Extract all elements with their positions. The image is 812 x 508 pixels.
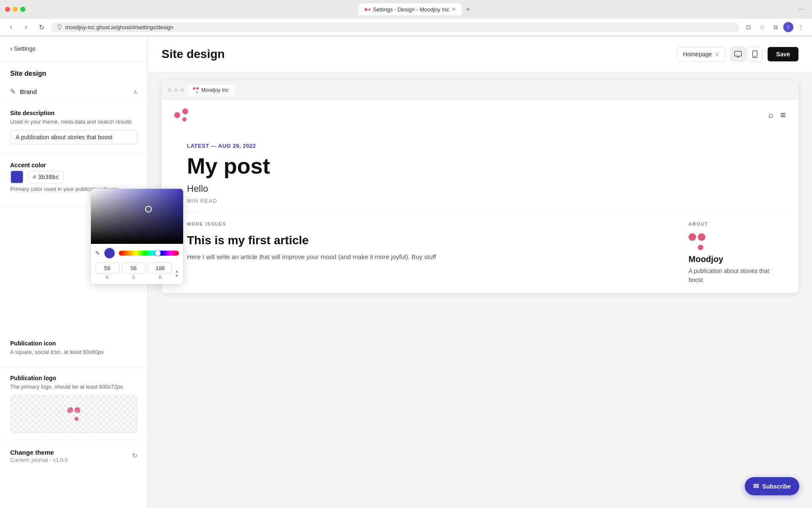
site-logo [174, 108, 188, 121]
site-post-title: My post [187, 154, 773, 178]
address-url: moodjoy-inc.ghost.io/ghost/#/settings/de… [65, 24, 733, 30]
preview-tab-dot-3 [196, 91, 198, 93]
change-theme-refresh-icon[interactable]: ↻ [132, 452, 137, 460]
site-logo-dot-2 [182, 108, 188, 114]
back-to-settings-button[interactable]: ‹ Settings [10, 45, 36, 52]
address-bar[interactable]: moodjoy-inc.ghost.io/ghost/#/settings/de… [51, 22, 739, 32]
app-layout: ‹ Settings Site design ✎ Brand ∧ Site de… [0, 36, 812, 508]
color-circle-preview [104, 247, 115, 259]
back-chevron-icon: ‹ [10, 45, 12, 52]
cast-icon[interactable]: ⊡ [743, 21, 754, 33]
preview-dot-2 [174, 88, 178, 92]
publication-logo-label: Publication logo [10, 375, 137, 381]
logo-checkered-bg [11, 395, 137, 433]
change-theme-info: Change theme Current: journal - v1.0.0 [10, 449, 68, 463]
color-picker-pencil-icon[interactable]: ✎ [95, 250, 100, 257]
change-theme-row: Change theme Current: journal - v1.0.0 ↻ [10, 449, 137, 463]
g-channel-label: G [132, 275, 136, 280]
dot-green[interactable] [20, 7, 25, 12]
sidebar: ‹ Settings Site design ✎ Brand ∧ Site de… [0, 36, 148, 508]
change-theme-current: Current: journal - v1.0.0 [10, 457, 68, 463]
r-channel-input[interactable] [95, 262, 119, 274]
save-button[interactable]: Save [768, 47, 798, 61]
accent-color-swatch[interactable] [10, 170, 24, 184]
publication-icon-label: Publication icon [10, 340, 137, 347]
site-read-time: MIN READ [187, 198, 773, 204]
site-section-right: ABOUT Moodjoy A publication about storie… [689, 221, 773, 284]
site-menu-icon[interactable]: ≡ [780, 110, 786, 121]
about-logo [689, 233, 773, 250]
browser-nav: ‹ › ↻ moodjoy-inc.ghost.io/ghost/#/setti… [0, 19, 812, 36]
desktop-view-button[interactable] [730, 47, 746, 62]
about-title: Moodjoy [689, 254, 773, 264]
publication-icon-desc: A square, social icon, at least 60x60px [10, 348, 137, 356]
accent-color-row: # 3b38bc [10, 170, 137, 184]
profile-icon[interactable]: I [783, 22, 793, 32]
nav-refresh-button[interactable]: ↻ [36, 21, 47, 33]
extensions-icon[interactable]: ⧉ [770, 21, 782, 33]
view-dropdown[interactable]: Homepage ∨ [677, 47, 726, 61]
r-channel-group: R [95, 262, 119, 280]
menu-dots-icon[interactable]: ⋮ [795, 21, 807, 33]
nav-back-button[interactable]: ‹ [5, 21, 17, 33]
g-channel-input[interactable] [122, 262, 146, 274]
site-nav: ⌕ ≡ [162, 100, 798, 130]
preview-tab-dot-1 [193, 87, 195, 90]
subscribe-label: Subscribe [762, 483, 791, 490]
preview-dot-3 [180, 88, 184, 92]
site-hero: LATEST — AUG 29, 2022 My post Hello MIN … [162, 130, 798, 213]
hash-symbol: # [33, 174, 36, 180]
sidebar-section-title: Site design [0, 61, 148, 83]
mobile-icon [752, 50, 758, 58]
preview-dots [167, 88, 184, 92]
r-channel-label: R [105, 275, 109, 280]
hue-slider[interactable] [119, 251, 148, 256]
dropdown-chevron-icon: ∨ [715, 51, 719, 57]
svg-rect-1 [91, 189, 148, 244]
header-controls: Homepage ∨ Save [677, 47, 798, 62]
preview-tab[interactable]: Moodjoy Inc [188, 85, 234, 95]
brand-label: Brand [20, 88, 37, 95]
color-picker-inputs: R G B ▲ ▼ [91, 262, 148, 284]
brand-section-toggle[interactable]: ✎ Brand ∧ [0, 83, 148, 101]
about-text: A publication about stories that boost [689, 267, 773, 284]
preview-tab-name: Moodjoy Inc [201, 87, 229, 93]
color-gradient[interactable] [91, 189, 148, 244]
publication-icon-section: Publication icon A square, social icon, … [0, 333, 148, 367]
site-description-desc: Used in your theme, meta data and search… [10, 118, 137, 126]
article-title: This is my first article [187, 233, 672, 248]
logo-upload-area[interactable] [10, 395, 137, 433]
page-title: Site design [162, 47, 225, 61]
publication-logo-section: Publication logo The primary logo, shoul… [0, 368, 148, 440]
about-dot-1 [689, 233, 696, 241]
browser-tab[interactable]: Settings - Design - Moodjoy Inc ✕ [359, 3, 462, 15]
browser-chrome: Settings - Design - Moodjoy Inc ✕ + ⋯ ‹ … [0, 0, 812, 36]
mobile-view-button[interactable] [747, 47, 763, 62]
g-channel-group: G [122, 262, 146, 280]
new-tab-button[interactable]: + [462, 3, 474, 15]
about-dot-2 [698, 233, 705, 241]
site-search-icon[interactable]: ⌕ [768, 110, 774, 120]
nav-actions: ⊡ ☆ ⧉ I ⋮ [743, 21, 807, 33]
color-picker-popup: ✎ R G [91, 188, 148, 284]
svg-point-6 [755, 56, 756, 57]
tab-close-button[interactable]: ✕ [452, 6, 456, 12]
change-theme-section: Change theme Current: journal - v1.0.0 ↻ [0, 440, 148, 472]
color-gradient-svg [91, 189, 148, 244]
accent-hex-value: 3b38bc [38, 174, 59, 180]
bookmark-icon[interactable]: ☆ [756, 21, 768, 33]
accent-color-value[interactable]: # 3b38bc [28, 171, 64, 183]
view-toggle [730, 47, 763, 62]
site-description-input[interactable] [10, 130, 137, 144]
nav-forward-button[interactable]: › [20, 21, 32, 33]
dot-red[interactable] [5, 7, 10, 12]
subscribe-badge[interactable]: ✉ Subscribe [745, 477, 799, 495]
site-logo-dot-1 [174, 112, 180, 118]
color-picker-controls: ✎ [91, 244, 148, 262]
dot-yellow[interactable] [13, 7, 18, 12]
about-heading: ABOUT [689, 221, 773, 226]
article-excerpt: Here I will write an article that will i… [187, 252, 672, 262]
site-sections: MORE ISSUES This is my first article Her… [162, 213, 798, 293]
site-preview-content: ⌕ ≡ LATEST — AUG 29, 2022 My post Hello … [162, 100, 798, 293]
preview-tab-icon [193, 87, 199, 93]
